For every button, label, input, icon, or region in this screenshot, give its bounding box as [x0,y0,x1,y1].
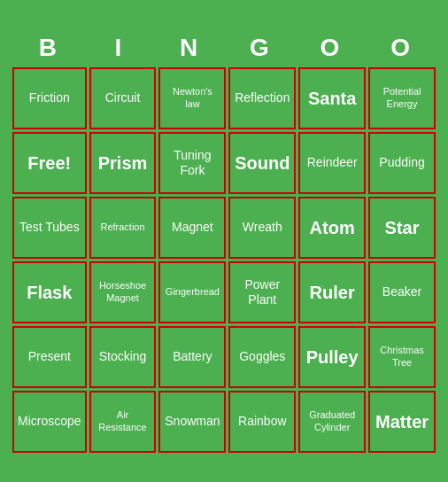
bingo-cell[interactable]: Ruler [298,261,366,323]
cell-label: Atom [310,217,355,238]
cell-label: Flask [27,282,72,303]
bingo-cell[interactable]: Potential Energy [368,67,436,129]
header-letter: B [12,30,83,66]
header-letter: G [224,30,295,66]
cell-label: Circuit [105,90,141,105]
cell-label: Gingerbread [166,286,220,298]
bingo-cell[interactable]: Rainbow [228,391,296,453]
bingo-cell[interactable]: Gingerbread [158,261,226,323]
cell-label: Star [385,217,420,238]
bingo-cell[interactable]: Microscope [12,391,87,453]
cell-label: Pulley [306,346,359,368]
cell-label: Rainbow [238,414,286,429]
cell-label: Power Plant [234,277,290,307]
bingo-cell[interactable]: Free! [12,132,87,194]
header-letter: N [153,30,224,66]
bingo-cell[interactable]: Present [12,326,87,388]
bingo-grid: FrictionCircuitNewton's lawReflectionSan… [12,67,436,453]
bingo-cell[interactable]: Friction [12,67,87,129]
cell-label: Snowman [165,414,220,429]
cell-label: Free! [27,152,71,174]
bingo-cell[interactable]: Newton's law [158,67,226,129]
header-letter: O [365,30,436,66]
bingo-cell[interactable]: Battery [158,326,226,388]
cell-label: Prism [98,152,148,174]
cell-label: Reindeer [307,155,358,170]
cell-label: Horseshoe Magnet [95,280,151,303]
cell-label: Goggles [239,349,285,364]
bingo-cell[interactable]: Power Plant [228,261,296,323]
cell-label: Christmas Tree [374,345,430,368]
cell-label: Refraction [100,222,144,233]
cell-label: Sound [235,152,290,174]
cell-label: Pudding [379,155,424,170]
cell-label: Magnet [172,220,213,235]
bingo-cell[interactable]: Reflection [228,67,296,129]
cell-label: Wreath [243,220,282,235]
cell-label: Tuning Fork [164,148,220,178]
bingo-cell[interactable]: Air Resistance [89,391,157,453]
bingo-cell[interactable]: Stocking [89,326,157,388]
bingo-cell[interactable]: Reindeer [298,132,366,194]
bingo-cell[interactable]: Prism [89,132,157,194]
bingo-cell[interactable]: Magnet [158,197,226,259]
cell-label: Graduated Cylinder [304,409,360,432]
bingo-cell[interactable]: Christmas Tree [368,326,436,388]
cell-label: Santa [308,88,356,109]
cell-label: Present [28,349,71,364]
bingo-cell[interactable]: Circuit [89,67,157,129]
bingo-cell[interactable]: Sound [228,132,296,194]
bingo-cell[interactable]: Pulley [298,326,366,388]
bingo-cell[interactable]: Atom [298,197,366,259]
cell-label: Matter [375,411,429,432]
bingo-cell[interactable]: Matter [368,391,436,453]
header-letter: I [83,30,154,66]
bingo-cell[interactable]: Goggles [228,326,296,388]
bingo-header: BINGOO [12,30,436,66]
bingo-card: BINGOO FrictionCircuitNewton's lawReflec… [5,23,443,460]
cell-label: Stocking [99,349,147,364]
cell-label: Potential Energy [374,86,430,109]
bingo-cell[interactable]: Pudding [368,132,436,194]
bingo-cell[interactable]: Flask [12,261,87,323]
bingo-cell[interactable]: Beaker [368,261,436,323]
bingo-cell[interactable]: Graduated Cylinder [298,391,366,453]
bingo-cell[interactable]: Star [368,197,436,259]
cell-label: Beaker [382,284,421,299]
cell-label: Reflection [235,90,290,105]
cell-label: Battery [173,349,212,364]
cell-label: Microscope [18,414,81,429]
bingo-cell[interactable]: Refraction [89,197,157,259]
cell-label: Test Tubes [19,220,80,235]
cell-label: Ruler [310,282,355,303]
cell-label: Friction [29,90,70,105]
bingo-cell[interactable]: Test Tubes [12,197,87,259]
bingo-cell[interactable]: Tuning Fork [158,132,226,194]
cell-label: Newton's law [164,86,220,109]
bingo-cell[interactable]: Horseshoe Magnet [89,261,157,323]
bingo-cell[interactable]: Santa [298,67,366,129]
header-letter: O [295,30,366,66]
cell-label: Air Resistance [95,409,151,432]
bingo-cell[interactable]: Snowman [158,391,226,453]
bingo-cell[interactable]: Wreath [228,197,296,259]
